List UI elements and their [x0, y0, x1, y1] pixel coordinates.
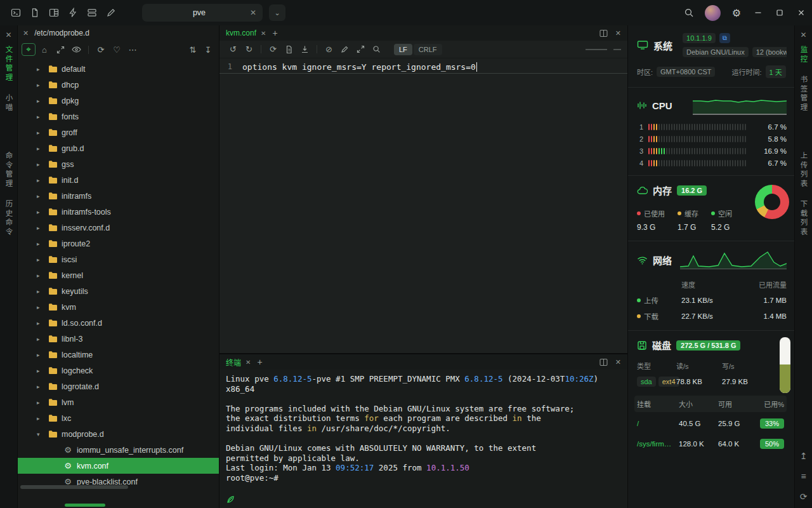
- tree-row[interactable]: ⚙ keyutils: [18, 283, 219, 299]
- tree-row[interactable]: ⚙ libnl-3: [18, 331, 219, 347]
- expand-arrow-icon[interactable]: [37, 161, 44, 168]
- session-tab-close-icon[interactable]: ✕: [250, 8, 256, 17]
- right-rail-item[interactable]: 监控: [799, 46, 809, 64]
- tree-row[interactable]: ⚙ dhcp: [18, 77, 219, 93]
- expand-arrow-icon[interactable]: [37, 257, 44, 263]
- editor-tab-kvm-conf[interactable]: kvm.conf ✕: [226, 29, 266, 37]
- search-icon[interactable]: [678, 0, 700, 25]
- expand-arrow-icon[interactable]: [37, 145, 44, 152]
- horizontal-scrollbar[interactable]: [20, 485, 128, 489]
- preview-eye-icon[interactable]: [69, 43, 83, 56]
- expand-arrow-icon[interactable]: [37, 241, 44, 247]
- close-monitor-panel-icon[interactable]: ✕: [800, 30, 806, 39]
- eol-lf-chip[interactable]: LF: [394, 44, 412, 55]
- edit-mode-icon[interactable]: [337, 43, 352, 56]
- tree-row[interactable]: ⚙ kernel: [18, 267, 219, 283]
- home-icon[interactable]: ⌂: [37, 43, 51, 56]
- terminal-tab[interactable]: 终端 ✕: [226, 357, 251, 368]
- session-tab[interactable]: pve ✕: [142, 4, 263, 22]
- expand-arrow-icon[interactable]: [37, 384, 44, 390]
- close-file-panel-icon[interactable]: ✕: [5, 30, 11, 39]
- sessions-icon[interactable]: [82, 4, 102, 22]
- path-close-icon[interactable]: ✕: [23, 29, 29, 37]
- close-editor-icon[interactable]: ✕: [615, 29, 621, 37]
- avatar[interactable]: [705, 5, 721, 21]
- tree-row[interactable]: ⚙ groff: [18, 124, 219, 140]
- tree-row[interactable]: ⚙ kvm: [18, 299, 219, 315]
- expand-arrow-icon[interactable]: [37, 130, 44, 136]
- close-button[interactable]: [790, 0, 812, 25]
- maximize-button[interactable]: [769, 0, 790, 25]
- fullscreen-icon[interactable]: [353, 43, 368, 56]
- expand-arrow-icon[interactable]: [37, 193, 44, 199]
- tree-row[interactable]: ⚙ initramfs: [18, 188, 219, 204]
- find-in-file-icon[interactable]: [369, 43, 384, 56]
- expand-arrow-icon[interactable]: [37, 368, 44, 374]
- editor-tab-close-icon[interactable]: ✕: [261, 30, 266, 37]
- eol-crlf-chip[interactable]: CRLF: [414, 44, 442, 55]
- right-rail-item[interactable]: 下载列表: [799, 200, 809, 237]
- expand-arrow-icon[interactable]: [37, 272, 44, 279]
- edit-pen-icon[interactable]: [102, 4, 121, 22]
- terminal-app-icon[interactable]: [6, 4, 25, 22]
- tree-row[interactable]: ⚙ fonts: [18, 109, 219, 124]
- shell-sprout-icon[interactable]: [226, 495, 235, 504]
- expand-arrow-icon[interactable]: [37, 320, 44, 326]
- tree-row[interactable]: ⚙ iommu_unsafe_interrupts.conf: [18, 442, 219, 458]
- copy-ip-icon[interactable]: ⧉: [719, 33, 730, 43]
- transfer-icon[interactable]: ⇅: [186, 43, 200, 56]
- close-terminal-icon[interactable]: ✕: [615, 358, 621, 366]
- readonly-icon[interactable]: ⊘: [322, 43, 336, 56]
- tree-row[interactable]: ⚙ iproute2: [18, 236, 219, 251]
- save-download-icon[interactable]: [298, 43, 312, 56]
- tree-row[interactable]: ⚙ dpkg: [18, 93, 219, 109]
- download-icon[interactable]: ↧: [201, 43, 215, 56]
- left-rail-item[interactable]: 命令管理: [4, 152, 14, 189]
- split-terminal-icon[interactable]: [599, 358, 608, 366]
- new-terminal-tab-icon[interactable]: +: [257, 357, 262, 367]
- refresh-icon[interactable]: ⟳: [94, 43, 108, 56]
- expand-arrow-icon[interactable]: [37, 399, 44, 406]
- tree-row[interactable]: ⚙ modprobe.d: [18, 426, 219, 442]
- expand-icon[interactable]: [53, 43, 67, 56]
- tree-row[interactable]: ⚙ logcheck: [18, 363, 219, 378]
- expand-arrow-icon[interactable]: [37, 177, 44, 184]
- refresh-monitor-icon[interactable]: ⟳: [800, 491, 808, 502]
- tree-row[interactable]: ⚙ default: [18, 61, 219, 77]
- expand-arrow-icon[interactable]: [37, 98, 44, 104]
- upload-list-icon[interactable]: ↥: [800, 451, 808, 461]
- code-area[interactable]: 1 options kvm ignore_msrs=Y report_ignor…: [219, 58, 627, 353]
- expand-arrow-icon[interactable]: [37, 415, 44, 422]
- right-rail-item[interactable]: 上传列表: [799, 152, 809, 189]
- split-view-icon[interactable]: [599, 29, 608, 37]
- reload-file-icon[interactable]: ⟳: [266, 43, 280, 56]
- locate-icon[interactable]: ⌖: [22, 43, 36, 56]
- ip-chip[interactable]: 10.1.1.9: [683, 33, 716, 43]
- tree-row[interactable]: ⚙ lvm: [18, 394, 219, 410]
- expand-arrow-icon[interactable]: [37, 336, 44, 342]
- expand-arrow-icon[interactable]: [37, 114, 44, 120]
- settings-gear-icon[interactable]: ⚙: [726, 0, 747, 25]
- more-options-icon[interactable]: ⋯: [126, 43, 140, 56]
- tree-row[interactable]: ⚙ gss: [18, 156, 219, 172]
- tree-row[interactable]: ⚙ insserv.conf.d: [18, 220, 219, 236]
- favorite-heart-icon[interactable]: ♡: [110, 43, 124, 56]
- expand-arrow-icon[interactable]: [37, 352, 44, 358]
- tree-row[interactable]: ⚙ localtime: [18, 347, 219, 363]
- minimize-button[interactable]: [747, 0, 769, 25]
- compare-icon[interactable]: [282, 43, 296, 56]
- expand-arrow-icon[interactable]: [37, 66, 44, 72]
- tree-row[interactable]: ⚙ ld.so.conf.d: [18, 315, 219, 331]
- left-rail-item[interactable]: 小喵: [4, 94, 14, 112]
- redo-icon[interactable]: ↻: [242, 43, 256, 56]
- terminal-tab-close-icon[interactable]: ✕: [246, 359, 251, 366]
- tree-row[interactable]: ⚙ logrotate.d: [18, 378, 219, 394]
- left-rail-item[interactable]: 历史命令: [4, 200, 14, 237]
- tree-row[interactable]: ⚙ kvm.conf: [18, 458, 219, 474]
- right-rail-item[interactable]: 书签管理: [799, 76, 809, 112]
- file-icon[interactable]: [25, 4, 44, 22]
- undo-icon[interactable]: ↺: [226, 43, 240, 56]
- tree-row[interactable]: ⚙ grub.d: [18, 140, 219, 156]
- left-rail-item[interactable]: 文件管理: [4, 46, 14, 83]
- tree-row[interactable]: ⚙ initramfs-tools: [18, 204, 219, 220]
